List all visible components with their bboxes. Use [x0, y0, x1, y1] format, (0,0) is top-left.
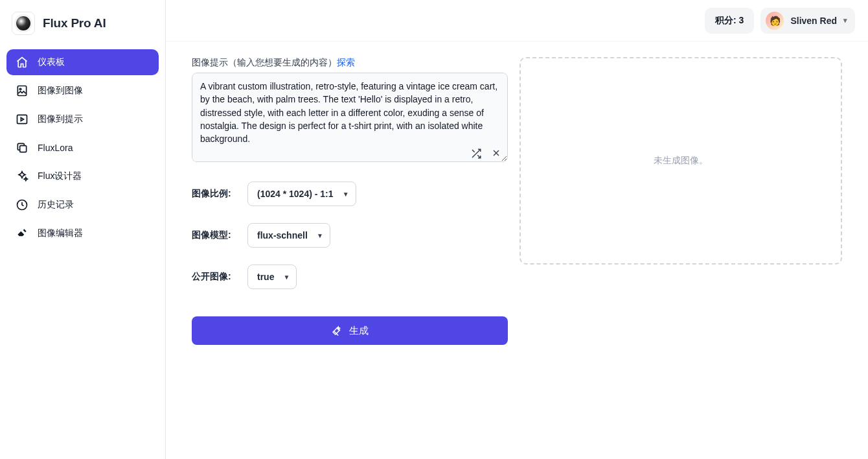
chevron-down-icon: ▼ [317, 232, 323, 239]
prompt-input[interactable] [192, 73, 508, 162]
svg-rect-2 [17, 115, 27, 123]
chevron-down-icon: ▾ [843, 16, 847, 25]
clear-icon[interactable] [491, 148, 501, 159]
preview-empty-text: 未生成图像。 [654, 155, 708, 167]
editor-icon [16, 227, 29, 240]
brand-logo [12, 12, 35, 35]
ratio-field: 图像比例: (1024 * 1024) - 1:1 ▼ [192, 182, 508, 206]
prompt-label-row: 图像提示（输入您想要生成的内容）探索 [192, 57, 508, 69]
public-field: 公开图像: true ▼ [192, 265, 508, 289]
chevron-down-icon: ▼ [284, 274, 290, 281]
user-name: Sliven Red [790, 16, 837, 26]
sidebar-item-label: 仪表板 [38, 56, 65, 68]
sidebar-item-dashboard[interactable]: 仪表板 [6, 49, 159, 75]
sidebar-item-image-editor[interactable]: 图像编辑器 [6, 220, 159, 246]
generate-label: 生成 [349, 325, 369, 337]
generate-button[interactable]: 生成 [192, 316, 508, 345]
sidebar-item-image-to-prompt[interactable]: 图像到提示 [6, 106, 159, 132]
sidebar: Flux Pro AI 仪表板 图像到图像 图像到提示 [0, 0, 166, 459]
form-column: 图像提示（输入您想要生成的内容）探索 图像比例: [192, 57, 508, 443]
model-label: 图像模型: [192, 230, 236, 241]
brand-row: Flux Pro AI [6, 12, 159, 49]
avatar: 🧑 [766, 12, 784, 30]
shuffle-icon[interactable] [470, 148, 482, 159]
main: 积分: 3 🧑 Sliven Red ▾ 图像提示（输入您想要生成的内容）探索 [166, 0, 868, 459]
model-field: 图像模型: flux-schnell ▼ [192, 223, 508, 248]
prompt-tools [470, 148, 501, 159]
sidebar-item-history[interactable]: 历史记录 [6, 192, 159, 218]
sidebar-item-image-to-image[interactable]: 图像到图像 [6, 78, 159, 104]
image-icon [16, 84, 29, 97]
user-menu[interactable]: 🧑 Sliven Red ▾ [760, 8, 855, 34]
credits-badge[interactable]: 积分: 3 [705, 8, 754, 34]
svg-point-1 [19, 88, 21, 90]
sparkle-icon [16, 170, 29, 183]
model-select[interactable]: flux-schnell ▼ [247, 223, 330, 248]
model-value: flux-schnell [257, 230, 308, 241]
sidebar-item-label: 图像到提示 [38, 113, 83, 125]
public-label: 公开图像: [192, 271, 236, 283]
explore-link[interactable]: 探索 [337, 57, 355, 67]
home-icon [16, 56, 29, 69]
chevron-down-icon: ▼ [343, 191, 349, 198]
sidebar-item-flux-designer[interactable]: Flux设计器 [6, 163, 159, 189]
content: 图像提示（输入您想要生成的内容）探索 图像比例: [166, 41, 868, 459]
play-square-icon [16, 113, 29, 126]
topbar: 积分: 3 🧑 Sliven Red ▾ [166, 0, 868, 41]
ratio-value: (1024 * 1024) - 1:1 [257, 189, 334, 199]
svg-rect-0 [17, 86, 26, 96]
brand-name: Flux Pro AI [43, 16, 106, 30]
sidebar-item-label: 图像到图像 [38, 85, 83, 97]
ratio-label: 图像比例: [192, 188, 236, 200]
ratio-select[interactable]: (1024 * 1024) - 1:1 ▼ [247, 182, 356, 206]
sidebar-nav: 仪表板 图像到图像 图像到提示 FluxLora [6, 49, 159, 246]
wand-icon [331, 325, 343, 336]
public-select[interactable]: true ▼ [247, 265, 297, 289]
copy-icon [16, 141, 29, 154]
public-value: true [257, 272, 274, 282]
sidebar-item-label: 历史记录 [38, 199, 74, 211]
sidebar-item-label: Flux设计器 [38, 171, 82, 182]
prompt-label: 图像提示（输入您想要生成的内容） [192, 57, 337, 67]
sidebar-item-fluxlora[interactable]: FluxLora [6, 135, 159, 161]
history-icon [16, 198, 29, 211]
sidebar-item-label: FluxLora [38, 143, 73, 153]
preview-panel: 未生成图像。 [520, 57, 842, 265]
prompt-wrap [192, 73, 508, 165]
svg-rect-3 [20, 146, 27, 152]
sidebar-item-label: 图像编辑器 [38, 228, 83, 239]
